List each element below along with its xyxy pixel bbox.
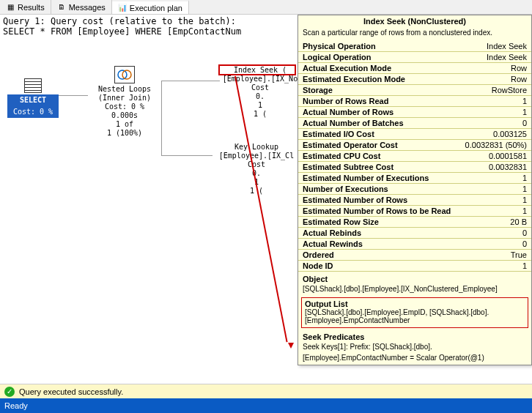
property-key: Ordered (303, 250, 334, 259)
property-key: Physical Operation (303, 42, 376, 51)
connector-line (161, 155, 213, 156)
tooltip-row: Estimated Execution ModeRow (298, 74, 531, 85)
tooltip-row: Estimated Operator Cost0.0032831 (50%) (298, 140, 531, 151)
tooltip-row: Estimated CPU Cost0.0001581 (298, 151, 531, 162)
tab-label: Messages (69, 3, 106, 12)
select-label: SELECT (7, 94, 59, 106)
property-key: Estimated I/O Cost (303, 130, 374, 138)
property-value: True (511, 250, 527, 259)
property-key: Estimated Subtree Cost (303, 163, 394, 171)
property-key: Number of Executions (303, 185, 388, 193)
op-rows: 1 of (88, 120, 161, 129)
op-rows: 1 (220, 101, 300, 110)
tab-label: Results (18, 3, 45, 12)
tooltip-row: Number of Rows Read1 (298, 96, 531, 107)
tooltip-row: Estimated Subtree Cost0.0032831 (298, 162, 531, 173)
op-obj: [Employee].[IX_Cl (213, 152, 300, 160)
property-value: 0 (522, 119, 527, 127)
property-value: 0.0032831 (50%) (465, 141, 527, 149)
property-key: Estimated Number of Rows to be Read (303, 206, 451, 215)
tooltip-row: Actual Number of Batches0 (298, 118, 531, 129)
op-cost: Cost (220, 83, 300, 92)
op-name: Key Lookup (213, 143, 300, 152)
tooltip-seek-value2: [Employee].EmpContactNumber = Scalar Ope… (298, 354, 531, 365)
property-value: 1 (522, 261, 527, 270)
tooltip-property-list: Physical OperationIndex SeekLogical Oper… (298, 41, 531, 272)
property-value: Row (511, 64, 527, 72)
property-key: Estimated CPU Cost (303, 152, 380, 160)
tooltip-object-value: [SQLShack].[dbo].[Employee].[IX_NonClust… (298, 285, 531, 296)
op-name: Nested Loops (88, 85, 161, 94)
property-value: 1 (522, 97, 527, 105)
tooltip-row: Estimated Number of Rows to be Read1 (298, 206, 531, 217)
tooltip-title: Index Seek (NonClustered) (298, 15, 531, 27)
operator-index-seek[interactable]: Index Seek ( [Employee].[IX_No Cost 0. 1… (220, 66, 300, 119)
property-value: 0.0032831 (489, 163, 527, 171)
tab-messages[interactable]: 🗎 Messages (51, 0, 112, 14)
property-key: Storage (303, 86, 333, 94)
arrowhead-icon (288, 343, 294, 349)
op-name: Index Seek ( (220, 66, 300, 75)
tooltip-seek-header: Seek Predicates (298, 330, 531, 343)
op-obj: [Employee].[IX_No (220, 75, 300, 83)
op-time: 0. (213, 169, 300, 178)
tab-label: Execution plan (130, 4, 182, 12)
tab-execution-plan[interactable]: 📊 Execution plan (112, 0, 189, 14)
property-value: 0 (522, 239, 527, 248)
op-rows2: 1 ( (220, 110, 300, 119)
property-key: Actual Number of Rows (303, 108, 394, 116)
tooltip-row: Physical OperationIndex Seek (298, 41, 531, 52)
op-cost: Cost: 0 % (88, 103, 161, 111)
tooltip-row: Actual Number of Rows1 (298, 107, 531, 118)
property-key: Estimated Operator Cost (303, 141, 398, 149)
tab-bar: ▦ Results 🗎 Messages 📊 Execution plan (0, 0, 532, 15)
property-value: 20 B (510, 217, 527, 226)
property-key: Node ID (303, 261, 333, 270)
tooltip-row: StorageRowStore (298, 85, 531, 96)
property-key: Actual Number of Batches (303, 119, 404, 127)
property-key: Estimated Row Size (303, 217, 379, 226)
op-rows2: 1 (100%) (88, 129, 161, 138)
operator-select[interactable]: SELECT Cost: 0 % (7, 78, 59, 118)
tooltip-row: Number of Executions1 (298, 184, 531, 195)
property-value: Row (511, 75, 527, 83)
operator-tooltip: Index Seek (NonClustered) Scan a particu… (298, 15, 532, 365)
highlight-output-list: Output List [SQLShack].[dbo].[Employee].… (301, 297, 528, 328)
tooltip-desc: Scan a particular range of rows from a n… (298, 27, 531, 41)
property-value: 1 (522, 206, 527, 215)
plan-icon: 📊 (118, 4, 127, 12)
property-value: 0.003125 (493, 130, 527, 138)
connector-line (161, 81, 220, 81)
check-icon: ✓ (4, 387, 15, 397)
tooltip-output-header: Output List (303, 299, 526, 308)
tooltip-row: Estimated Number of Rows1 (298, 195, 531, 206)
tab-results[interactable]: ▦ Results (0, 0, 51, 14)
op-time: 0. (220, 92, 300, 101)
property-value: 1 (522, 196, 527, 204)
operator-nested-loops[interactable]: Nested Loops (Inner Join) Cost: 0 % 0.00… (88, 66, 161, 138)
property-value: 0 (522, 228, 527, 237)
select-cost: Cost: 0 % (7, 106, 59, 118)
tooltip-row: Actual Rebinds0 (298, 228, 531, 239)
message-icon: 🗎 (57, 3, 66, 12)
status-bar-ready: Ready (0, 398, 532, 413)
property-value: Index Seek (487, 42, 527, 51)
tooltip-row: Estimated I/O Cost0.003125 (298, 129, 531, 140)
property-key: Logical Operation (303, 53, 372, 62)
property-value: 1 (522, 108, 527, 116)
nested-loops-icon (114, 66, 135, 83)
property-key: Number of Rows Read (303, 97, 388, 105)
op-time: 0.000s (88, 111, 161, 120)
tooltip-row: Estimated Number of Executions1 (298, 173, 531, 184)
property-key: Estimated Number of Executions (303, 174, 429, 182)
tooltip-seek-value1: Seek Keys[1]: Prefix: [SQLShack].[dbo]. (298, 343, 531, 354)
connector-line (161, 81, 162, 155)
property-key: Actual Rewinds (303, 239, 363, 248)
property-value: 1 (522, 174, 527, 182)
op-sub: (Inner Join) (88, 94, 161, 103)
tooltip-output-value: [SQLShack].[dbo].[Employee].EmpID, [SQLS… (303, 308, 526, 326)
tooltip-row: Node ID1 (298, 261, 531, 272)
ready-text: Ready (4, 401, 28, 410)
property-value: RowStore (492, 86, 527, 94)
grid-icon: ▦ (6, 3, 15, 12)
